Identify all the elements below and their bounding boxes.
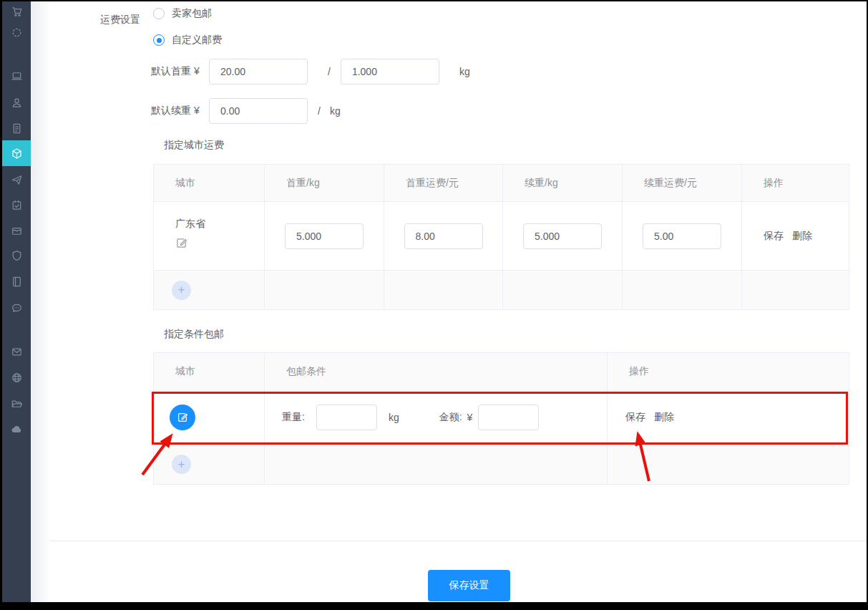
add-row: +: [154, 445, 849, 484]
city-freight-table-header: 城市 首重/kg 首重运费/元 续重/kg 续重运费/元 操作: [154, 165, 849, 202]
section-label-shipping-settings: 运费设置: [100, 14, 140, 26]
radio-unchecked-icon[interactable]: [153, 8, 165, 19]
wallet-icon: [10, 224, 24, 238]
calendar-icon: [10, 198, 24, 212]
condition-amount-input[interactable]: [478, 405, 539, 430]
default-first-weight-row: 默认首重 ¥ / kg: [151, 59, 470, 84]
currency-symbol: ¥: [467, 412, 473, 423]
sidebar-item-calendar[interactable]: [2, 192, 31, 218]
add-row: +: [154, 271, 849, 309]
separator-slash: /: [318, 105, 321, 117]
condition-table-header: 城市 包邮条件 操作: [154, 353, 849, 391]
col-actions: 操作: [608, 353, 849, 390]
radio-checked-icon[interactable]: [153, 34, 165, 46]
unit-kg: kg: [389, 412, 399, 423]
send-icon: [10, 173, 24, 187]
unit-kg: kg: [459, 66, 470, 77]
radio-option-seller-free[interactable]: 卖家包邮: [153, 7, 212, 20]
first-fee-input[interactable]: [404, 223, 483, 249]
mail-icon: [10, 345, 24, 359]
app-window: 运费设置 卖家包邮 自定义邮费 默认首重 ¥ / kg 默认续重 ¥ / kg …: [0, 0, 868, 610]
delete-link[interactable]: 删除: [654, 411, 674, 424]
sidebar-item-wallet[interactable]: [2, 218, 31, 243]
document-icon: [10, 122, 24, 135]
add-city-button[interactable]: +: [172, 281, 191, 300]
book-icon: [10, 275, 24, 289]
delete-link[interactable]: 删除: [792, 230, 812, 243]
sidebar-item-book[interactable]: [2, 268, 31, 294]
save-link[interactable]: 保存: [625, 411, 645, 424]
col-first-fee: 首重运费/元: [384, 165, 503, 201]
sidebar-item-user[interactable]: [2, 89, 31, 115]
footer-divider: [49, 541, 867, 541]
cloud-icon: [10, 422, 24, 436]
sidebar-item-cloud[interactable]: [2, 416, 31, 442]
sidebar-item-folder[interactable]: [2, 390, 31, 416]
default-additional-weight-label: 默认续重 ¥: [151, 105, 203, 117]
city-freight-title: 指定城市运费: [164, 139, 224, 152]
main-content: 运费设置 卖家包邮 自定义邮费 默认首重 ¥ / kg 默认续重 ¥ / kg …: [49, 1, 867, 602]
user-icon: [10, 96, 24, 110]
sidebar-item-spinner[interactable]: [2, 19, 31, 45]
folder-icon: [10, 397, 24, 410]
sidebar-item-cube[interactable]: [2, 140, 31, 166]
col-additional-weight: 续重/kg: [503, 165, 623, 201]
chat-icon: [10, 301, 24, 315]
cart-icon: [10, 5, 24, 19]
edit-icon: [177, 412, 188, 423]
sidebar-gutter: [31, 1, 49, 602]
condition-weight-input[interactable]: [316, 405, 377, 430]
col-first-weight: 首重/kg: [265, 165, 384, 201]
unit-kg: kg: [330, 105, 341, 117]
globe-icon: [10, 371, 24, 384]
sidebar-item-globe[interactable]: [2, 364, 31, 390]
sidebar-item-chat[interactable]: [2, 295, 31, 321]
col-city: 城市: [154, 353, 265, 390]
additional-fee-input[interactable]: [643, 223, 721, 249]
amount-label: 金额:: [439, 411, 462, 424]
weight-label: 重量:: [282, 411, 305, 424]
radio-label: 卖家包邮: [172, 7, 212, 20]
add-condition-button[interactable]: +: [172, 455, 191, 474]
table-row-highlighted: 重量: kg 金额: ¥ 保存 删除: [154, 391, 849, 445]
table-row: 广东省 保存: [154, 202, 849, 271]
sidebar: [2, 1, 31, 602]
default-additional-weight-row: 默认续重 ¥ / kg: [151, 98, 341, 124]
cube-icon: [10, 147, 24, 160]
default-first-weight-label: 默认首重 ¥: [151, 65, 203, 78]
additional-weight-input[interactable]: [523, 223, 602, 249]
col-additional-fee: 续重运费/元: [623, 165, 742, 201]
spinner-icon: [10, 26, 24, 39]
sidebar-item-mail[interactable]: [2, 339, 31, 364]
condition-free-table: 城市 包邮条件 操作 重量: kg 金额:: [153, 352, 849, 485]
default-first-fee-input[interactable]: [209, 59, 308, 84]
col-condition: 包邮条件: [265, 353, 608, 390]
select-city-button[interactable]: [170, 405, 195, 430]
default-additional-fee-input[interactable]: [209, 98, 308, 124]
sidebar-item-shield[interactable]: [2, 243, 31, 268]
radio-option-custom-postage[interactable]: 自定义邮费: [153, 34, 222, 47]
separator-slash: /: [328, 66, 331, 77]
sidebar-item-send[interactable]: [2, 167, 31, 193]
laptop-icon: [10, 69, 24, 83]
sidebar-item-document[interactable]: [2, 115, 31, 141]
save-link[interactable]: 保存: [764, 230, 784, 243]
first-weight-input[interactable]: [285, 223, 364, 249]
col-city: 城市: [154, 165, 265, 201]
col-actions: 操作: [742, 165, 849, 201]
city-freight-table: 城市 首重/kg 首重运费/元 续重/kg 续重运费/元 操作 广东省: [153, 164, 849, 310]
condition-free-title: 指定条件包邮: [164, 328, 224, 341]
default-first-weight-input[interactable]: [341, 59, 439, 84]
edit-icon[interactable]: [175, 237, 187, 249]
city-name: 广东省: [175, 218, 205, 231]
save-settings-button[interactable]: 保存设置: [428, 570, 510, 601]
sidebar-item-laptop[interactable]: [2, 63, 31, 89]
shield-icon: [10, 249, 24, 263]
radio-label: 自定义邮费: [172, 34, 222, 47]
